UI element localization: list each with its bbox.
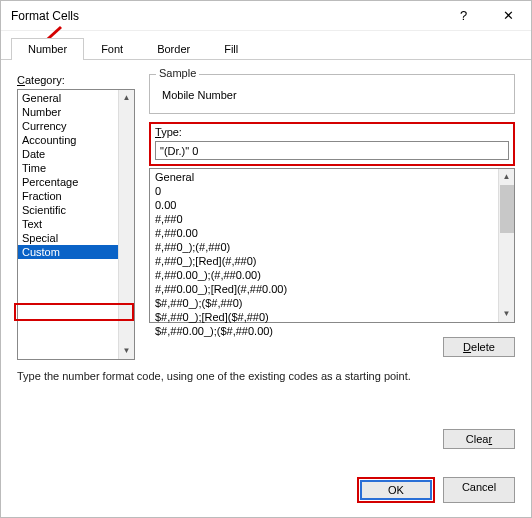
category-item[interactable]: Currency <box>18 119 118 133</box>
cancel-button[interactable]: Cancel <box>443 477 515 503</box>
titlebar: Format Cells ? ✕ <box>1 1 531 31</box>
tab-number[interactable]: Number <box>11 38 84 60</box>
dialog-title: Format Cells <box>11 9 441 23</box>
help-button[interactable]: ? <box>441 1 486 31</box>
format-code-item[interactable]: #,##0.00_);[Red](#,##0.00) <box>150 282 498 296</box>
format-codes-list[interactable]: General00.00#,##0#,##0.00#,##0_);(#,##0)… <box>149 168 515 323</box>
tab-fill[interactable]: Fill <box>207 38 255 60</box>
category-item[interactable]: Text <box>18 217 118 231</box>
format-code-item[interactable]: $#,##0_);($#,##0) <box>150 296 498 310</box>
format-code-item[interactable]: $#,##0.00_);($#,##0.00) <box>150 324 498 338</box>
tab-content: Category: GeneralNumberCurrencyAccountin… <box>1 60 531 396</box>
format-code-item[interactable]: General <box>150 170 498 184</box>
scrollbar[interactable]: ▲▼ <box>118 90 134 359</box>
scroll-thumb[interactable] <box>500 185 514 233</box>
format-code-item[interactable]: 0.00 <box>150 198 498 212</box>
category-item[interactable]: Accounting <box>18 133 118 147</box>
tab-border[interactable]: Border <box>140 38 207 60</box>
format-code-item[interactable]: #,##0.00 <box>150 226 498 240</box>
type-input[interactable] <box>155 141 509 160</box>
sample-value: Mobile Number <box>150 75 514 101</box>
format-code-item[interactable]: #,##0_);(#,##0) <box>150 240 498 254</box>
scrollbar[interactable]: ▲ ▼ <box>498 169 514 322</box>
category-item[interactable]: Number <box>18 105 118 119</box>
category-item[interactable]: Time <box>18 161 118 175</box>
close-icon: ✕ <box>503 8 514 23</box>
type-label: Type: <box>155 126 509 138</box>
ok-button[interactable]: OK <box>360 480 432 500</box>
delete-button[interactable]: Delete <box>443 337 515 357</box>
category-list[interactable]: GeneralNumberCurrencyAccountingDateTimeP… <box>17 89 135 360</box>
format-code-item[interactable]: #,##0_);[Red](#,##0) <box>150 254 498 268</box>
help-icon: ? <box>460 8 467 23</box>
sample-box: Sample Mobile Number <box>149 74 515 114</box>
category-item[interactable]: Custom <box>18 245 118 259</box>
category-item[interactable]: General <box>18 91 118 105</box>
close-button[interactable]: ✕ <box>486 1 531 31</box>
clear-button[interactable]: Clear <box>443 429 515 449</box>
format-code-item[interactable]: 0 <box>150 184 498 198</box>
format-cells-dialog: Format Cells ? ✕ Number Font Border Fill… <box>0 0 532 518</box>
category-item[interactable]: Fraction <box>18 189 118 203</box>
format-code-item[interactable]: #,##0.00_);(#,##0.00) <box>150 268 498 282</box>
format-code-item[interactable]: $#,##0_);[Red]($#,##0) <box>150 310 498 324</box>
format-code-item[interactable]: #,##0 <box>150 212 498 226</box>
sample-label: Sample <box>156 67 199 79</box>
hint-text: Type the number format code, using one o… <box>17 370 515 382</box>
dialog-footer: Clear OK Cancel <box>357 429 515 503</box>
tab-strip: Number Font Border Fill <box>1 31 531 60</box>
category-item[interactable]: Percentage <box>18 175 118 189</box>
ok-button-highlight: OK <box>357 477 435 503</box>
type-section-highlight: Type: <box>149 122 515 166</box>
tab-font[interactable]: Font <box>84 38 140 60</box>
category-item[interactable]: Special <box>18 231 118 245</box>
category-item[interactable]: Date <box>18 147 118 161</box>
category-label: Category: <box>17 74 135 86</box>
category-item[interactable]: Scientific <box>18 203 118 217</box>
